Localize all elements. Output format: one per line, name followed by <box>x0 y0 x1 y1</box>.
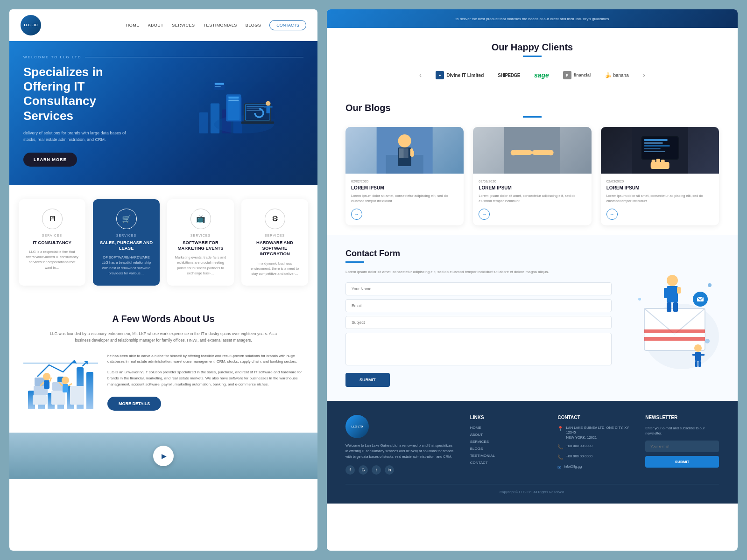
nav-testimonials[interactable]: TESTIMONIALS <box>204 23 237 28</box>
contact-name-input[interactable] <box>345 282 612 295</box>
svg-rect-0 <box>199 112 208 133</box>
svg-rect-67 <box>644 333 705 337</box>
hero-title: Specializes in Offering IT Consultancy S… <box>23 65 145 123</box>
social-linkedin-icon[interactable]: in <box>385 465 394 475</box>
svg-point-77 <box>708 283 712 287</box>
nav-services[interactable]: SERVICES <box>172 23 195 28</box>
footer-logo: LLG LTD <box>345 415 369 438</box>
left-panel: LLG LTD HOME ABOUT SERVICES TESTIMONIALS… <box>9 9 317 551</box>
service-card-sales: 🛒 SERVICES SALES, PURCHASE AND LEASE OF … <box>93 199 160 286</box>
svg-rect-27 <box>51 391 65 405</box>
nav-logo: LLG LTD <box>21 15 41 35</box>
sage-label: sage <box>534 71 549 79</box>
right-hero-text: to deliver the best product that matches… <box>456 17 609 21</box>
service-marketing-title: SOFTWARE FOR MARKETING EVENTS <box>174 240 227 252</box>
clients-prev-arrow[interactable]: ‹ <box>419 71 422 79</box>
nav-about[interactable]: ABOUT <box>148 23 164 28</box>
svg-rect-83 <box>701 354 705 356</box>
banana-icon: 🍌 <box>605 72 612 78</box>
svg-rect-15 <box>247 110 261 111</box>
nav-home[interactable]: HOME <box>126 23 140 28</box>
divine-icon: ♦ <box>436 71 444 79</box>
contact-email-input[interactable] <box>345 299 612 312</box>
blogs-section: Our Blogs <box>327 93 738 235</box>
svg-rect-23 <box>215 86 221 87</box>
blog-date-1: 02/02/2020 <box>351 179 458 183</box>
blog-arrow-1[interactable]: → <box>351 209 362 220</box>
footer-link-services[interactable]: SERVICES <box>470 440 544 444</box>
about-title: A Few Words About Us <box>23 314 303 324</box>
contact-submit-button[interactable]: SUBMIT <box>345 373 390 387</box>
about-text-2: LLG is an unwavering IT solution provide… <box>107 370 303 387</box>
about-chart: ↗ <box>23 353 98 419</box>
about-text-1: he has been able to carve a niche for hi… <box>107 353 303 365</box>
footer-grid: LLG LTD Welcome to Lan Lake Guinea Ltd, … <box>345 415 719 475</box>
svg-rect-84 <box>695 361 698 367</box>
footer-link-blogs[interactable]: BLOGS <box>470 447 544 451</box>
clients-next-arrow[interactable]: › <box>643 71 645 79</box>
service-marketing-icon: 📺 <box>190 209 211 229</box>
newsletter-email-input[interactable] <box>645 441 719 452</box>
play-button[interactable] <box>153 446 174 466</box>
contact-message-input[interactable] <box>345 333 612 365</box>
more-details-button[interactable]: MORE DETAILS <box>107 397 161 411</box>
svg-rect-6 <box>228 96 240 119</box>
service-it-category: SERVICES <box>25 234 79 237</box>
svg-rect-13 <box>247 106 265 107</box>
copyright-text: Copyright © LLG Ltd. All Rights Reserved… <box>500 490 565 494</box>
social-google-icon[interactable]: G <box>359 465 368 475</box>
blog-title-1: LOREM IPSUM <box>351 185 458 190</box>
service-card-it: 🖥 SERVICES IT CONSULTANCY LLG is a respe… <box>19 199 85 286</box>
svg-rect-19 <box>264 106 267 108</box>
contact-divider <box>345 261 364 263</box>
service-it-icon: 🖥 <box>42 209 63 229</box>
blog-img-3 <box>601 127 719 174</box>
nav-blogs[interactable]: BLOGS <box>246 23 261 28</box>
contact-desc: Lorem ipsum dolor sit amet, consectetur … <box>345 269 612 275</box>
svg-rect-75 <box>667 302 671 312</box>
blog-excerpt-1: Lorem ipsum dolor sit amet, consectetur … <box>351 193 458 204</box>
banana-label: banana <box>613 73 628 78</box>
navbar: LLG LTD HOME ABOUT SERVICES TESTIMONIALS… <box>9 9 317 41</box>
blog-body-2: 02/02/2020 LOREM IPSUM Lorem ipsum dolor… <box>473 174 591 225</box>
footer-links-col: LINKS HOME ABOUT SERVICES BLOGS TESTIMON… <box>470 415 544 475</box>
svg-rect-68 <box>644 337 705 341</box>
footer-tagline: Welcome to Lan Lake Guinea Ltd, a renown… <box>345 443 456 460</box>
blog-body-1: 02/02/2020 LOREM IPSUM Lorem ipsum dolor… <box>345 174 464 225</box>
blog-card-2: 02/02/2020 LOREM IPSUM Lorem ipsum dolor… <box>473 127 591 225</box>
about-desc: LLG was founded by a visionary entrepren… <box>47 331 280 343</box>
svg-point-80 <box>694 344 702 352</box>
blog-arrow-2[interactable]: → <box>479 209 490 220</box>
footer-link-testimonial[interactable]: TESTIMONIAL <box>470 454 544 458</box>
location-icon: 📍 <box>557 426 563 432</box>
service-marketing-desc: Marketing events, trade-fairs and exhibi… <box>174 255 227 276</box>
svg-line-38 <box>68 384 72 386</box>
contact-subject-input[interactable] <box>345 316 612 329</box>
social-twitter-icon[interactable]: t <box>372 465 381 475</box>
footer: LLG LTD Welcome to Lan Lake Guinea Ltd, … <box>327 401 738 504</box>
contact-illustration <box>626 249 719 387</box>
footer-bottom: Copyright © LLG Ltd. All Rights Reserved… <box>345 484 719 494</box>
footer-link-about[interactable]: ABOUT <box>470 433 544 437</box>
blog-body-3: 02/03/2020 LOREM IPSUM Lorem ipsum dolor… <box>601 174 719 225</box>
nav-contact-button[interactable]: CONTACTS <box>269 20 306 30</box>
social-facebook-icon[interactable]: f <box>345 465 355 475</box>
learn-more-button[interactable]: LEARN MORE <box>23 153 77 167</box>
blogs-grid: 02/02/2020 LOREM IPSUM Lorem ipsum dolor… <box>345 127 719 225</box>
blog-excerpt-2: Lorem ipsum dolor sit amet, consectetur … <box>479 193 585 204</box>
newsletter-submit-button[interactable]: SUBMIT <box>645 456 719 468</box>
footer-link-home[interactable]: HOME <box>470 426 544 430</box>
svg-rect-22 <box>215 83 224 85</box>
service-hardware-title: HARDWARE AND SOFTWARE INTEGRATION <box>248 240 302 257</box>
service-sales-desc: OF SOFTWARE/HARDWARE LLG has a beautiful… <box>99 255 153 276</box>
service-it-title: IT CONSULTANCY <box>25 240 79 245</box>
footer-contact-title: CONTACT <box>557 415 631 420</box>
footer-link-contact[interactable]: CONTACT <box>470 461 544 465</box>
svg-point-78 <box>638 298 641 301</box>
svg-rect-24 <box>33 395 47 405</box>
clients-divider <box>523 56 542 57</box>
blog-arrow-3[interactable]: → <box>606 209 618 220</box>
svg-rect-66 <box>644 329 705 333</box>
svg-rect-63 <box>661 160 664 164</box>
financial-label: financial <box>574 73 591 77</box>
